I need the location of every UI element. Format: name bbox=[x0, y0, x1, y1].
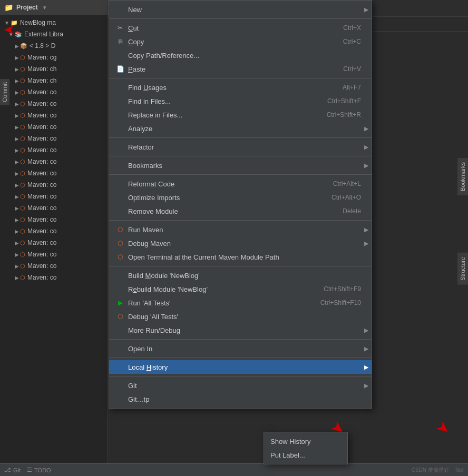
put-label-label: Put Label... bbox=[270, 451, 305, 459]
separator-10 bbox=[109, 376, 372, 376]
paste-label: Paste bbox=[128, 65, 333, 73]
git-bottom-tab[interactable]: ⎇ Git bbox=[4, 467, 21, 473]
tree-item-maven-14[interactable]: ▶⬡Maven: co bbox=[0, 214, 108, 225]
tree-item-maven-18[interactable]: ▶⬡Maven: co bbox=[0, 260, 108, 272]
maven-icon-2: ⬡ bbox=[20, 77, 25, 84]
reformat-shortcut: Ctrl+Alt+L bbox=[333, 180, 361, 187]
sidebar-title: Project bbox=[16, 4, 38, 11]
separator-2 bbox=[109, 78, 372, 78]
tree-item-maven-15[interactable]: ▶⬡Maven: co bbox=[0, 225, 108, 237]
bottom-bar: ⎇ Git ☰ TODO CSDN·梦魔星虹 filer bbox=[0, 463, 468, 476]
tree-item-maven-9[interactable]: ▶⬡Maven: co bbox=[0, 156, 108, 167]
bookmarks-side-tab[interactable]: Bookmarks bbox=[457, 158, 468, 195]
jdk-icon: 📦 bbox=[20, 43, 27, 49]
menu-item-paste[interactable]: 📄 Paste Ctrl+V bbox=[109, 62, 372, 76]
menu-item-git[interactable]: Git ▶ bbox=[109, 379, 372, 392]
tree-item-maven-10[interactable]: ▶⬡Maven: co bbox=[0, 167, 108, 179]
tree-item-maven-19[interactable]: ▶⬡Maven: co bbox=[0, 272, 108, 283]
remove-module-label: Remove Module bbox=[128, 207, 332, 215]
menu-item-cut[interactable]: ✂ Cut Ctrl+X bbox=[109, 21, 372, 35]
sidebar-panel: 📁 Project ▼ ▼ 📁 NewBlog ma Commit ▼ 📚 Ex… bbox=[0, 0, 108, 476]
more-run-debug-arrow: ▶ bbox=[364, 327, 368, 334]
menu-item-open-terminal[interactable]: ⬡ Open Terminal at the Current Maven Mod… bbox=[109, 250, 372, 264]
bookmarks-submenu-arrow: ▶ bbox=[364, 162, 368, 169]
reformat-label: Reformat Code bbox=[128, 180, 323, 188]
tree-item-maven-7[interactable]: ▶⬡Maven: co bbox=[0, 133, 108, 144]
separator-9 bbox=[109, 358, 372, 358]
separator-3 bbox=[109, 137, 372, 138]
tree-item-maven-5[interactable]: ▶⬡Maven: co bbox=[0, 110, 108, 121]
menu-item-more-run-debug[interactable]: More Run/Debug ▶ bbox=[109, 323, 372, 337]
paste-shortcut: Ctrl+V bbox=[343, 65, 361, 73]
file-label: filer bbox=[455, 467, 464, 473]
maven-icon-8: ⬡ bbox=[20, 147, 25, 154]
submenu-put-label[interactable]: Put Label... bbox=[264, 448, 347, 462]
tree-item-maven-11[interactable]: ▶⬡Maven: co bbox=[0, 179, 108, 191]
find-usages-shortcut: Alt+F7 bbox=[343, 84, 361, 91]
analyze-label: Analyze bbox=[128, 125, 361, 133]
tree-item-maven-1[interactable]: ▶⬡Maven: ch bbox=[0, 63, 108, 75]
tree-item-maven-2[interactable]: ▶⬡Maven: ch bbox=[0, 75, 108, 86]
tree-item-maven-16[interactable]: ▶⬡Maven: co bbox=[0, 237, 108, 249]
menu-item-copy-path[interactable]: Copy Path/Reference... bbox=[109, 48, 372, 62]
menu-item-open-in[interactable]: Open In ▶ bbox=[109, 342, 372, 355]
run-maven-icon: ⬡ bbox=[115, 226, 125, 233]
replace-files-label: Replace in Files... bbox=[128, 111, 316, 119]
separator-7 bbox=[109, 266, 372, 266]
open-in-label: Open In bbox=[128, 345, 361, 353]
menu-item-run-maven[interactable]: ⬡ Run Maven ▶ bbox=[109, 223, 372, 236]
tree-item-maven-13[interactable]: ▶⬡Maven: co bbox=[0, 202, 108, 214]
cut-shortcut: Ctrl+X bbox=[343, 24, 361, 32]
menu-item-run-tests[interactable]: ▶ Run 'All Tests' Ctrl+Shift+F10 bbox=[109, 296, 372, 310]
menu-item-local-history[interactable]: Local History ▶ bbox=[109, 360, 372, 374]
menu-item-gittp[interactable]: Git…tp bbox=[109, 392, 372, 406]
menu-item-find-files[interactable]: Find in Files... Ctrl+Shift+F bbox=[109, 94, 372, 108]
menu-item-build-module[interactable]: Build Module 'NewBlog' bbox=[109, 269, 372, 282]
tree-item-maven-0[interactable]: ▶⬡Maven: cg bbox=[0, 52, 108, 63]
new-submenu-arrow: ▶ bbox=[364, 6, 368, 13]
maven-icon-13: ⬡ bbox=[20, 205, 25, 212]
menu-item-analyze[interactable]: Analyze ▶ bbox=[109, 122, 372, 135]
optimize-shortcut: Ctrl+Alt+O bbox=[331, 194, 361, 201]
menu-item-bookmarks[interactable]: Bookmarks ▶ bbox=[109, 158, 372, 172]
refactor-submenu-arrow: ▶ bbox=[364, 144, 368, 151]
structure-side-tab[interactable]: Structure bbox=[457, 253, 468, 285]
open-in-arrow: ▶ bbox=[364, 345, 368, 352]
menu-item-remove-module[interactable]: Remove Module Delete bbox=[109, 204, 372, 218]
tree-item-jdk[interactable]: ▶ 📦 < 1.8 > D bbox=[0, 40, 108, 52]
tree-item-maven-3[interactable]: ▶⬡Maven: co bbox=[0, 86, 108, 98]
menu-item-refactor[interactable]: Refactor ▶ bbox=[109, 140, 372, 154]
sidebar-dropdown-icon[interactable]: ▼ bbox=[42, 5, 47, 11]
menu-item-copy[interactable]: ⎘ Copy Ctrl+C bbox=[109, 35, 372, 48]
tree-item-maven-8[interactable]: ▶⬡Maven: co bbox=[0, 144, 108, 156]
todo-bottom-tab[interactable]: ☰ TODO bbox=[27, 467, 51, 473]
sidebar-tree: ▼ 📁 NewBlog ma Commit ▼ 📚 External Libra… bbox=[0, 15, 108, 285]
menu-item-find-usages[interactable]: Find Usages Alt+F7 bbox=[109, 81, 372, 94]
tree-label-extlib: External Libra bbox=[24, 31, 63, 38]
sidebar-header[interactable]: 📁 Project ▼ bbox=[0, 0, 108, 15]
tree-item-newblog[interactable]: ▼ 📁 NewBlog ma bbox=[0, 17, 108, 28]
tree-item-maven-17[interactable]: ▶⬡Maven: co bbox=[0, 249, 108, 260]
menu-item-reformat[interactable]: Reformat Code Ctrl+Alt+L bbox=[109, 177, 372, 191]
open-terminal-label: Open Terminal at the Current Maven Modul… bbox=[128, 253, 361, 261]
git-bottom-icon: ⎇ bbox=[4, 467, 11, 473]
menu-item-debug-maven[interactable]: ⬡ Debug Maven ▶ bbox=[109, 236, 372, 250]
tree-item-external-lib[interactable]: ▼ 📚 External Libra bbox=[0, 28, 108, 40]
menu-item-rebuild-module[interactable]: Rebuild Module 'NewBlog' Ctrl+Shift+F9 bbox=[109, 282, 372, 296]
menu-item-replace-files[interactable]: Replace in Files... Ctrl+Shift+R bbox=[109, 108, 372, 122]
cut-label: Cut bbox=[128, 24, 333, 32]
tree-item-maven-4[interactable]: ▶⬡Maven: co bbox=[0, 98, 108, 110]
menu-item-debug-tests[interactable]: ⬡ Debug 'All Tests' bbox=[109, 310, 372, 323]
local-history-arrow: ▶ bbox=[364, 364, 368, 371]
rebuild-module-label: Rebuild Module 'NewBlog' bbox=[128, 285, 313, 293]
commit-tab[interactable]: Commit bbox=[0, 79, 9, 105]
tree-item-maven-6[interactable]: ▶⬡Maven: co bbox=[0, 121, 108, 133]
maven-icon-15: ⬡ bbox=[20, 228, 25, 235]
separator-8 bbox=[109, 339, 372, 340]
watermark-text: CSDN·梦魔星虹 bbox=[412, 467, 449, 474]
menu-item-new[interactable]: New ▶ bbox=[109, 3, 372, 16]
maven-icon-19: ⬡ bbox=[20, 274, 25, 281]
replace-files-shortcut: Ctrl+Shift+R bbox=[327, 111, 361, 118]
menu-item-optimize[interactable]: Optimize Imports Ctrl+Alt+O bbox=[109, 191, 372, 204]
tree-item-maven-12[interactable]: ▶⬡Maven: co bbox=[0, 191, 108, 202]
